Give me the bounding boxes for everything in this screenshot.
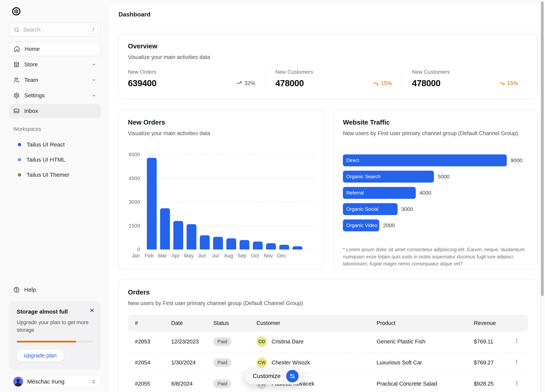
customize-button[interactable]: Customize — [244, 368, 303, 385]
customer-name: Chester Wisozk — [272, 360, 310, 366]
scrollbar-thumb[interactable] — [541, 1, 544, 296]
page-title: Dashboard — [118, 11, 150, 18]
order-date-cell: 12/23/2023 — [164, 338, 206, 345]
workspace-dot — [18, 158, 21, 161]
close-icon[interactable] — [89, 307, 95, 313]
chevrons-up-down-icon — [91, 379, 97, 385]
x-axis-label: Dec — [277, 253, 286, 259]
orders-title: Orders — [128, 289, 528, 296]
stat-row: 47800015% — [412, 78, 518, 88]
order-id-cell: #2054 — [128, 360, 164, 366]
bar — [240, 240, 249, 249]
settings-icon — [13, 92, 20, 99]
chevron-down-icon — [91, 62, 97, 67]
status-badge: Paid — [213, 379, 231, 388]
sidebar-item-home[interactable]: Home — [9, 42, 101, 56]
traffic-bar-row: Referral4000 — [343, 187, 528, 199]
order-date-cell: 6/8/2024 — [164, 381, 206, 387]
x-axis-label: Jun — [197, 253, 207, 259]
upgrade-plan-button[interactable]: Upgrade plan — [17, 349, 64, 362]
y-axis-tick: 0 — [126, 247, 140, 253]
order-revenue-cell: $769.11 — [467, 338, 507, 345]
chevron-down-icon — [91, 77, 97, 83]
search-input[interactable] — [23, 27, 85, 33]
workspaces-heading: Workspaces — [13, 126, 101, 132]
overview-subtitle: Visualize your main activities data — [128, 54, 528, 60]
workspace-label: Tailus UI HTML — [26, 157, 65, 163]
app-logo[interactable] — [12, 7, 21, 16]
bar — [200, 235, 210, 249]
workspace-item[interactable]: Tailus UI HTML — [9, 152, 101, 167]
order-customer-cell: CWChester Wisozk — [249, 357, 370, 368]
order-revenue-cell: $928.25 — [467, 381, 507, 387]
bar — [292, 246, 302, 249]
y-axis-tick: 1500 — [126, 223, 140, 229]
stat-row: 63940032% — [128, 78, 255, 88]
stat-value: 478000 — [412, 78, 440, 88]
trend-percent: 15% — [507, 80, 518, 86]
order-status-cell: Paid — [206, 379, 249, 388]
traffic-bar-value: 4000 — [420, 190, 431, 196]
column-header: Product — [370, 320, 467, 326]
sidebar-item-label: Settings — [24, 92, 45, 99]
order-status-cell: Paid — [206, 358, 249, 367]
order-status-cell: Paid — [206, 337, 249, 346]
trend-down-icon — [373, 80, 379, 86]
store-icon — [13, 61, 20, 68]
bar-chart: 01500300045006000 — [144, 155, 315, 249]
search-box[interactable]: / — [9, 23, 101, 37]
stat-value: 478000 — [275, 78, 304, 88]
traffic-bar-label: Referral — [346, 190, 364, 196]
sidebar-item-settings[interactable]: Settings — [9, 88, 101, 103]
new-orders-chart-card: New Orders Visualize your main activitie… — [118, 109, 324, 269]
bars — [144, 155, 315, 249]
stat: New Orders63940032% — [128, 69, 265, 88]
x-axis-label: Jul — [211, 253, 220, 259]
trend-percent: 15% — [381, 80, 392, 86]
customize-settings-button[interactable] — [286, 370, 299, 382]
user-name: Méschac Irung — [27, 378, 65, 385]
status-badge: Paid — [213, 358, 231, 367]
sidebar-item-help[interactable]: Help — [9, 287, 101, 293]
traffic-bar-row: Direct9000 — [343, 154, 528, 166]
bar — [279, 245, 289, 249]
workspace-item[interactable]: Tailus UI Themer — [9, 167, 101, 182]
trend-up-icon — [236, 80, 242, 86]
sidebar-item-team[interactable]: Team — [9, 73, 101, 87]
table-row: #20556/8/2024PaidPKPaulette KovacekPract… — [128, 373, 528, 392]
traffic-bar-value: 3000 — [401, 206, 413, 212]
storage-title: Storage almost full — [17, 308, 93, 315]
dashboard-content: Overview Visualize your main activities … — [108, 27, 540, 392]
order-id-cell: #2053 — [128, 338, 164, 345]
x-axis-label: Sep — [237, 253, 247, 259]
x-axis-label: Oct — [250, 253, 260, 259]
sidebar-item-store[interactable]: Store — [9, 57, 101, 72]
row-menu-button[interactable] — [514, 359, 520, 365]
stat-label: New Customers — [412, 69, 518, 75]
stat-label: New Customers — [275, 69, 392, 75]
sidebar-item-inbox[interactable]: Inbox — [9, 104, 101, 118]
table-row: #20541/30/2024PaidCWChester WisozkLuxuri… — [128, 352, 528, 373]
customize-label: Customize — [253, 373, 280, 380]
row-menu-button[interactable] — [514, 380, 520, 386]
user-menu[interactable]: Méschac Irung — [9, 375, 101, 388]
y-axis-tick: 3000 — [126, 199, 140, 205]
sliders-icon — [289, 373, 296, 380]
workspace-item[interactable]: Tailus UI React — [9, 137, 101, 152]
x-axis-label: Mar — [157, 253, 167, 259]
workspaces-list: Tailus UI ReactTailus UI HTMLTailus UI T… — [9, 137, 101, 182]
orders-table-body: #205312/23/2023PaidCDCristina DareGeneri… — [128, 331, 528, 392]
overview-stats: New Orders63940032%New Customers47800015… — [128, 69, 528, 88]
stat-row: 47800015% — [275, 78, 392, 88]
traffic-bar-value: 2000 — [383, 223, 395, 229]
traffic-bar-label: Organic Social — [346, 206, 378, 212]
column-header: Customer — [249, 320, 370, 326]
traffic-bar: Referral — [343, 187, 416, 199]
website-traffic-title: Website Traffic — [343, 119, 528, 126]
x-axis-label: Aug — [224, 253, 234, 259]
new-orders-chart-subtitle: Visualize your main activities data — [128, 130, 314, 136]
traffic-bar-label: Direct — [346, 157, 359, 163]
row-menu-button[interactable] — [514, 338, 520, 344]
workspace-label: Tailus UI Themer — [26, 172, 69, 178]
column-header: Revenue — [467, 320, 507, 326]
